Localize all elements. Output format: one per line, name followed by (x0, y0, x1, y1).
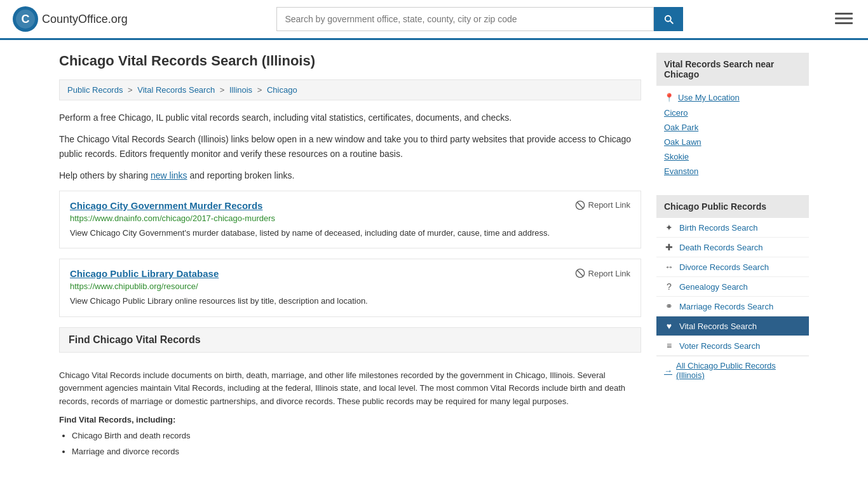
sidebar: Vital Records Search near Chicago 📍 Use … (656, 53, 809, 459)
location-pin-icon: 📍 (664, 93, 674, 102)
nearby-cicero[interactable]: Cicero (664, 105, 801, 120)
report-link-btn-1[interactable]: Report Link (575, 268, 630, 278)
search-input[interactable] (276, 7, 654, 31)
breadcrumb-illinois[interactable]: Illinois (229, 85, 252, 95)
list-item-0: Chicago Birth and death records (72, 428, 641, 444)
death-records-label: Death Records Search (679, 243, 763, 252)
find-section-header: Find Chicago Vital Records (59, 327, 641, 353)
record-title-0[interactable]: Chicago City Government Murder Records (70, 200, 262, 211)
divorce-records-label: Divorce Records Search (679, 262, 769, 272)
voter-records-label: Voter Records Search (679, 341, 760, 351)
hamburger-icon (835, 10, 853, 27)
sidebar-public-records-section: Chicago Public Records ✦ Birth Records S… (656, 195, 809, 384)
record-url-0: https://www.dnainfo.com/chicago/2017-chi… (70, 214, 630, 223)
svg-rect-4 (835, 17, 853, 19)
page-title: Chicago Vital Records Search (Illinois) (59, 53, 641, 69)
search-icon (663, 13, 674, 25)
svg-line-9 (577, 270, 583, 276)
breadcrumb-chicago[interactable]: Chicago (267, 85, 297, 95)
all-records-arrow-icon: → (664, 366, 672, 376)
find-section: Find Chicago Vital Records Chicago Vital… (59, 327, 641, 460)
breadcrumb-sep-1: > (128, 85, 133, 95)
sidebar-item-birth-records[interactable]: ✦ Birth Records Search (656, 218, 809, 238)
report-label-1: Report Link (588, 269, 630, 278)
nearby-links: 📍 Use My Location Cicero Oak Park Oak La… (656, 86, 809, 182)
sidebar-item-divorce-records[interactable]: ↔ Divorce Records Search (656, 257, 809, 277)
vital-records-icon: ♥ (664, 321, 674, 331)
nearby-skokie[interactable]: Skokie (664, 149, 801, 164)
nearby-oak-lawn[interactable]: Oak Lawn (664, 135, 801, 149)
sidebar-item-vital-records[interactable]: ♥ Vital Records Search (656, 316, 809, 336)
vital-records-label: Vital Records Search (679, 322, 757, 331)
report-link-btn-0[interactable]: Report Link (575, 200, 630, 210)
birth-records-icon: ✦ (664, 222, 674, 233)
breadcrumb-vital-records[interactable]: Vital Records Search (137, 85, 215, 95)
marriage-records-icon: ⚭ (664, 301, 674, 311)
find-list: Chicago Birth and death records Marriage… (59, 428, 641, 459)
logo-text: CountyOffice.org (42, 13, 128, 26)
marriage-records-label: Marriage Records Search (679, 302, 773, 311)
logo[interactable]: C CountyOffice.org (13, 6, 128, 32)
birth-records-label: Birth Records Search (679, 223, 758, 233)
sidebar-nearby-section: Vital Records Search near Chicago 📍 Use … (656, 53, 809, 182)
logo-icon: C (13, 6, 38, 32)
svg-rect-5 (835, 22, 853, 24)
find-body: Chicago Vital Records include documents … (59, 362, 641, 409)
svg-text:C: C (22, 13, 30, 25)
find-section-title: Find Chicago Vital Records (69, 334, 632, 346)
divorce-records-icon: ↔ (664, 262, 674, 272)
breadcrumb-sep-2: > (220, 85, 225, 95)
sidebar-item-death-records[interactable]: ✚ Death Records Search (656, 238, 809, 257)
report-label-0: Report Link (588, 200, 630, 210)
nearby-oak-park[interactable]: Oak Park (664, 120, 801, 135)
record-desc-1: View Chicago Public Library online resou… (70, 295, 630, 308)
record-url-1: https://www.chipublib.org/resource/ (70, 281, 630, 291)
genealogy-icon: ? (664, 281, 674, 292)
svg-line-7 (577, 202, 583, 208)
all-records-label: All Chicago Public Records (Illinois) (676, 361, 801, 380)
intro-paragraph-3: Help others by sharing new links and rep… (59, 168, 641, 182)
breadcrumb-public-records[interactable]: Public Records (67, 85, 123, 95)
main-container: Chicago Vital Records Search (Illinois) … (46, 40, 822, 472)
sidebar-nearby-title: Vital Records Search near Chicago (656, 53, 809, 86)
genealogy-label: Genealogy Search (679, 282, 748, 292)
nearby-evanston[interactable]: Evanston (664, 164, 801, 179)
sidebar-public-records-title: Chicago Public Records (656, 195, 809, 218)
intro3-prefix: Help others by sharing (59, 170, 151, 180)
record-desc-0: View Chicago City Government's murder da… (70, 227, 630, 240)
intro3-suffix: and reporting broken links. (187, 170, 295, 180)
sidebar-item-marriage-records[interactable]: ⚭ Marriage Records Search (656, 297, 809, 316)
record-block-1: Chicago Public Library Database Report L… (59, 259, 641, 317)
svg-rect-3 (835, 13, 853, 15)
new-links-link[interactable]: new links (151, 170, 187, 180)
sidebar-item-voter-records[interactable]: ≡ Voter Records Search (656, 336, 809, 356)
content-area: Chicago Vital Records Search (Illinois) … (59, 53, 641, 459)
record-header-0: Chicago City Government Murder Records R… (70, 200, 630, 211)
search-button[interactable] (654, 7, 683, 31)
header: C CountyOffice.org (0, 0, 868, 40)
all-records-link[interactable]: → All Chicago Public Records (Illinois) (656, 356, 809, 384)
find-subtitle: Find Vital Records, including: (59, 415, 641, 424)
death-records-icon: ✚ (664, 242, 674, 252)
use-location-row[interactable]: 📍 Use My Location (664, 90, 801, 105)
report-icon-1 (575, 268, 585, 278)
sidebar-item-genealogy[interactable]: ? Genealogy Search (656, 277, 809, 297)
record-title-1[interactable]: Chicago Public Library Database (70, 268, 219, 279)
voter-records-icon: ≡ (664, 341, 674, 351)
list-item-1: Marriage and divorce records (72, 444, 641, 460)
intro-paragraph-1: Perform a free Chicago, IL public vital … (59, 111, 641, 125)
report-icon-0 (575, 200, 585, 210)
menu-button[interactable] (832, 7, 855, 32)
breadcrumb-sep-3: > (257, 85, 262, 95)
use-my-location-link[interactable]: Use My Location (678, 93, 740, 102)
breadcrumb: Public Records > Vital Records Search > … (59, 79, 641, 100)
intro-paragraph-2: The Chicago Vital Records Search (Illino… (59, 132, 641, 161)
record-header-1: Chicago Public Library Database Report L… (70, 268, 630, 279)
record-block-0: Chicago City Government Murder Records R… (59, 191, 641, 249)
search-area (276, 7, 683, 31)
